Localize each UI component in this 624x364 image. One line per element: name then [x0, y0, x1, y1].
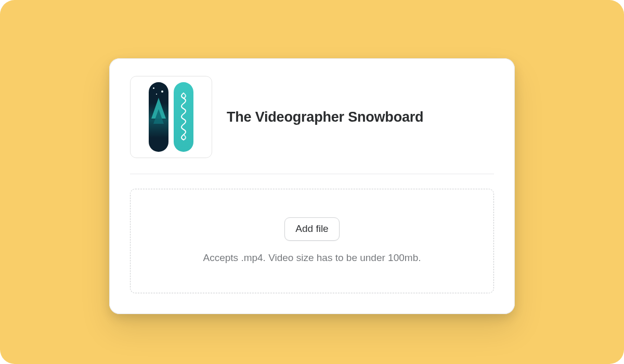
product-header: The Videographer Snowboard — [130, 76, 494, 158]
product-card: The Videographer Snowboard Add file Acce… — [109, 58, 515, 314]
product-title: The Videographer Snowboard — [227, 109, 423, 125]
file-dropzone[interactable]: Add file Accepts .mp4. Video size has to… — [130, 189, 494, 293]
snowboard-back-icon — [174, 82, 193, 152]
add-file-button[interactable]: Add file — [284, 217, 339, 241]
page-background: The Videographer Snowboard Add file Acce… — [0, 0, 624, 364]
upload-hint: Accepts .mp4. Video size has to be under… — [203, 252, 421, 264]
product-thumbnail — [130, 76, 212, 158]
divider — [130, 174, 494, 174]
snowboard-front-icon — [149, 82, 168, 152]
